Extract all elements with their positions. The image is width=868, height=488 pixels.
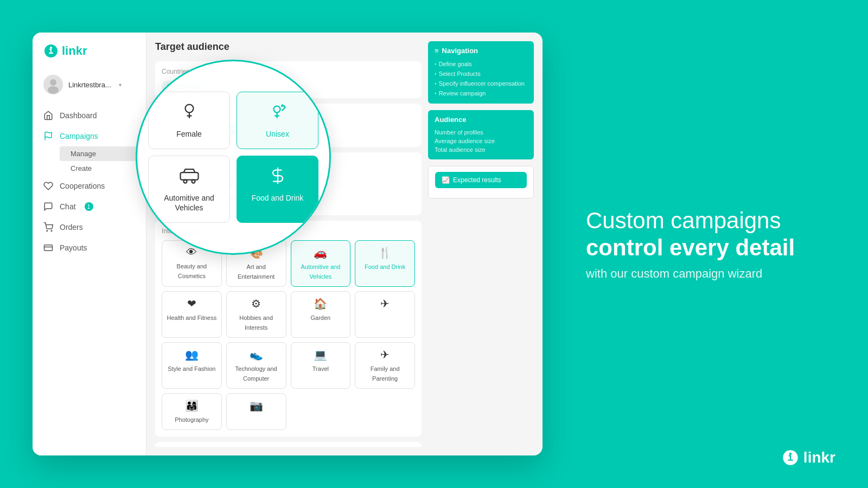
hobbies-label: Hobbies and Interests — [239, 314, 273, 331]
audience-stat-profiles: Number of profiles — [435, 128, 527, 137]
interest-travel[interactable]: ✈ Family and Parenting — [355, 342, 415, 389]
tech-label: Travel — [312, 365, 329, 372]
magnified-automotive-icon — [155, 166, 223, 190]
magnified-unisex-label: Unisex — [266, 130, 289, 138]
interest-style[interactable]: 👟 Technology and Computer — [226, 342, 286, 389]
promo-line1: Custom campaigns — [586, 208, 781, 233]
sports-icon: 👥 — [165, 348, 218, 361]
sidebar-item-campaigns[interactable]: Campaigns — [33, 126, 146, 146]
svg-point-5 — [51, 230, 52, 232]
plane-icon: ✈ — [359, 348, 411, 361]
svg-point-2 — [48, 86, 59, 94]
promo-logo-text: linkr — [803, 449, 835, 466]
sidebar: linkr Linkrtestbra... ▾ — [33, 33, 146, 455]
audience-panel-title: Audience — [435, 115, 527, 124]
magnified-automotive-label: Automitive and Vehicles — [164, 194, 214, 212]
svg-point-11 — [273, 106, 280, 113]
sidebar-sub-manage[interactable]: Manage — [60, 146, 146, 161]
chat-badge: 1 — [85, 202, 93, 211]
photo-icon: 📷 — [230, 399, 283, 412]
promo-logo: linkr — [782, 449, 835, 466]
audience-stat-avg: Average audience size — [435, 137, 527, 145]
hobbies-icon: ⚙ — [230, 297, 283, 310]
expected-results-button[interactable]: 📈 Expected results — [435, 172, 527, 188]
svg-point-16 — [192, 180, 195, 183]
chart-icon: 📈 — [442, 176, 450, 184]
chevron-down-icon: ▾ — [119, 82, 122, 88]
interest-family[interactable]: 👨‍👩‍👧 Photography — [162, 393, 222, 430]
sidebar-label-cooperations: Cooperations — [60, 182, 105, 190]
cart-icon — [43, 222, 53, 232]
interest-travel-area[interactable]: ✈ — [355, 291, 415, 338]
magnifier-overlay: Female Unisex — [136, 60, 331, 255]
navigation-panel: ≡ Navigation Define goals Select Product… — [428, 41, 534, 104]
chat-icon — [43, 202, 53, 211]
nav-icon: ≡ — [435, 47, 439, 55]
magnified-unisex-icon — [244, 102, 311, 126]
money-icon — [43, 243, 53, 253]
sidebar-item-payouts[interactable]: Payouts — [33, 237, 146, 258]
magnified-food-icon — [244, 166, 311, 190]
food-label: Food and Drink — [365, 264, 405, 270]
sidebar-nav: Dashboard Campaigns Manage — [33, 105, 146, 445]
audience-panel: Audience Number of profiles Average audi… — [428, 110, 534, 159]
nav-item-compensation[interactable]: Specify influencer compensation — [435, 79, 527, 88]
health-icon: ❤ — [165, 297, 218, 310]
svg-point-15 — [183, 180, 187, 183]
sidebar-item-dashboard[interactable]: Dashboard — [33, 105, 146, 126]
garden-icon: 🏠 — [295, 297, 347, 310]
sidebar-label-campaigns: Campaigns — [60, 132, 98, 140]
interest-health[interactable]: ❤ Health and Fitness — [162, 291, 222, 338]
family-icon: 👨‍👩‍👧 — [165, 399, 218, 412]
heart-icon — [43, 181, 53, 191]
travel-label: Family and Parenting — [371, 365, 400, 382]
page-title: Target audience — [155, 41, 422, 53]
app-window: linkr Linkrtestbra... ▾ — [33, 33, 542, 455]
sidebar-item-chat[interactable]: Chat 1 — [33, 196, 146, 217]
sidebar-label-orders: Orders — [60, 223, 83, 232]
art-label: Art and Entertainment — [238, 264, 275, 280]
sidebar-username: Linkrtestbra... — [68, 81, 111, 89]
interest-tech[interactable]: 💻 Travel — [291, 342, 351, 389]
magnified-female-label: Female — [176, 130, 202, 138]
sidebar-sub-create[interactable]: Create — [60, 161, 146, 176]
nav-item-review[interactable]: Review campaign — [435, 88, 527, 98]
interest-automotive[interactable]: 🚗 Automitive and Vehicles — [291, 240, 351, 287]
magnified-unisex[interactable]: Unisex — [237, 92, 318, 149]
sidebar-sub-campaigns: Manage Create — [33, 146, 146, 176]
nav-item-products[interactable]: Select Products — [435, 69, 527, 79]
style-label: Technology and Computer — [235, 365, 277, 382]
magnified-female[interactable]: Female — [148, 92, 230, 149]
interest-grid: 👁 Beauty and Cosmetics 🎨 Art and Enterta… — [162, 240, 415, 430]
sidebar-item-cooperations[interactable]: Cooperations — [33, 176, 146, 196]
promo-text: Custom campaigns control every detail wi… — [542, 207, 835, 281]
interest-garden[interactable]: 🏠 Garden — [291, 291, 351, 338]
automotive-icon: 🚗 — [295, 246, 347, 259]
nav-panel-title: ≡ Navigation — [435, 47, 527, 55]
svg-rect-14 — [180, 172, 198, 180]
svg-point-8 — [185, 105, 193, 113]
travel-area-icon: ✈ — [359, 297, 411, 310]
avatar — [43, 75, 63, 94]
beauty-label: Beauty and Cosmetics — [177, 263, 207, 279]
interest-food[interactable]: 🍴 Food and Drink — [355, 240, 415, 287]
magnified-food[interactable]: Food and Drink — [237, 156, 318, 223]
magnified-grid: Female Unisex — [137, 81, 329, 234]
nav-item-goals[interactable]: Define goals — [435, 59, 527, 69]
svg-point-1 — [50, 79, 56, 86]
sidebar-item-orders[interactable]: Orders — [33, 217, 146, 237]
sidebar-user[interactable]: Linkrtestbra... ▾ — [33, 69, 146, 100]
sports-label: Style and Fashion — [168, 365, 215, 372]
logo-text: linkr — [62, 44, 87, 58]
magnified-automotive[interactable]: Automitive and Vehicles — [148, 156, 230, 223]
sidebar-label-payouts: Payouts — [60, 243, 87, 252]
sidebar-label-chat: Chat — [60, 202, 76, 211]
garden-label: Garden — [311, 314, 331, 321]
interest-hobbies[interactable]: ⚙ Hobbies and Interests — [226, 291, 286, 338]
style-icon: 👟 — [230, 348, 283, 361]
interest-sports[interactable]: 👥 Style and Fashion — [162, 342, 222, 389]
magnified-female-icon — [155, 102, 223, 126]
right-sidebar: ≡ Navigation Define goals Select Product… — [428, 41, 534, 447]
interest-photography[interactable]: 📷 — [226, 393, 286, 430]
expected-results-panel: 📈 Expected results — [428, 166, 534, 198]
